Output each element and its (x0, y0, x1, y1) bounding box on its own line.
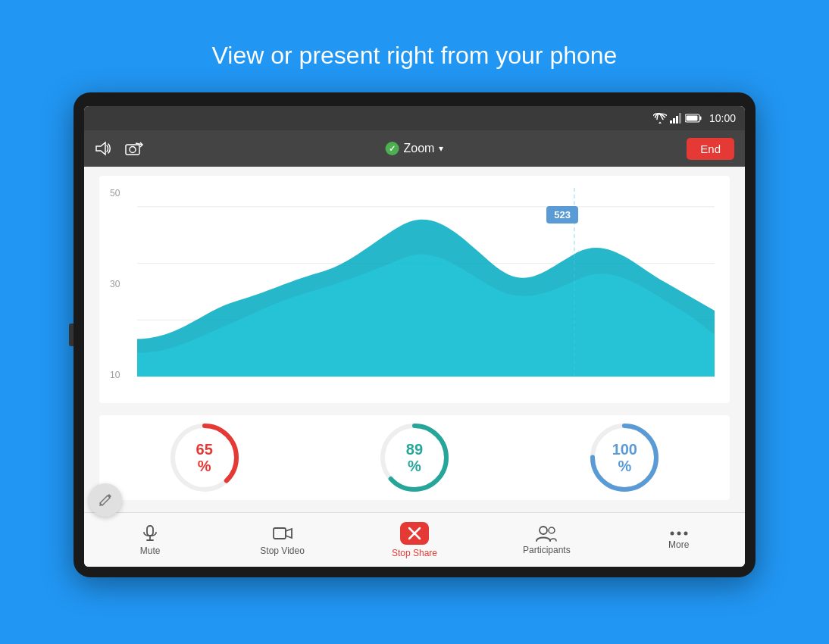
tablet-device: 10:00 ✓ (74, 92, 755, 577)
mic-icon (141, 524, 159, 542)
svg-rect-1 (673, 118, 675, 123)
chart-tooltip: 523 (546, 206, 578, 224)
stat-circle-89: 89% (377, 420, 452, 496)
participants-icon (536, 525, 557, 542)
svg-point-27 (540, 527, 547, 534)
svg-point-30 (677, 531, 680, 535)
svg-point-29 (670, 531, 674, 535)
stat-value-89: 89% (406, 441, 423, 474)
signal-icon (670, 113, 682, 123)
toolbar-left (95, 141, 143, 156)
camera-flip-icon[interactable] (125, 141, 143, 156)
nav-mute-label: Mute (140, 546, 161, 556)
tablet-screen: 10:00 ✓ (84, 106, 745, 567)
nav-stop-video[interactable]: Stop Video (252, 524, 313, 556)
y-label-10: 10 (110, 370, 120, 380)
status-time: 10:00 (709, 112, 736, 124)
pencil-icon (98, 492, 113, 508)
page-title: View or present right from your phone (212, 42, 618, 70)
wifi-icon (653, 113, 667, 123)
area-chart (137, 188, 715, 395)
svg-rect-21 (147, 526, 153, 536)
zoom-meeting-label: Zoom (404, 142, 435, 155)
toolbar-center: ✓ Zoom ▾ (386, 142, 444, 155)
nav-more-label: More (668, 539, 689, 550)
y-label-30: 30 (110, 279, 120, 289)
edit-fab-button[interactable] (89, 483, 122, 517)
stop-share-icon (406, 525, 423, 542)
stat-circle-100: 100% (587, 420, 662, 496)
svg-rect-5 (699, 117, 701, 120)
nav-participants-label: Participants (523, 545, 571, 555)
stat-value-100: 100% (612, 441, 637, 474)
y-axis-labels: 50 30 10 (110, 176, 120, 388)
zoom-security-badge: ✓ (386, 142, 399, 155)
svg-rect-3 (679, 113, 681, 123)
nav-stop-video-label: Stop Video (260, 546, 305, 556)
battery-icon (685, 114, 702, 123)
nav-more[interactable]: More (649, 530, 709, 550)
stats-row: 65% 89% (99, 415, 730, 500)
end-meeting-button[interactable]: End (687, 138, 734, 160)
svg-rect-0 (670, 120, 672, 123)
nav-mute[interactable]: Mute (120, 524, 180, 556)
content-area: 50 30 10 523 (84, 167, 745, 512)
svg-rect-24 (274, 528, 286, 539)
nav-stop-share-label: Stop Share (392, 548, 437, 558)
meeting-toolbar: ✓ Zoom ▾ End (84, 130, 745, 167)
stat-circle-65: 65% (167, 420, 242, 496)
more-icon (670, 530, 688, 536)
chevron-down-icon: ▾ (439, 143, 443, 154)
status-bar: 10:00 (84, 106, 745, 130)
chart-container: 50 30 10 523 (99, 176, 730, 403)
nav-participants[interactable]: Participants (516, 525, 577, 555)
y-label-50: 50 (110, 188, 120, 199)
svg-rect-6 (686, 116, 697, 121)
bottom-nav: Mute Stop Video Stop Share (84, 512, 745, 567)
nav-stop-share[interactable]: Stop Share (384, 522, 445, 558)
svg-point-31 (684, 531, 687, 535)
side-button (69, 324, 74, 346)
svg-rect-2 (676, 116, 678, 123)
status-icons (653, 113, 702, 123)
svg-point-9 (130, 147, 136, 153)
video-icon (273, 524, 292, 542)
stat-value-65: 65% (196, 441, 213, 474)
speaker-icon[interactable] (95, 141, 113, 156)
svg-point-28 (549, 527, 555, 533)
svg-marker-7 (96, 142, 105, 155)
